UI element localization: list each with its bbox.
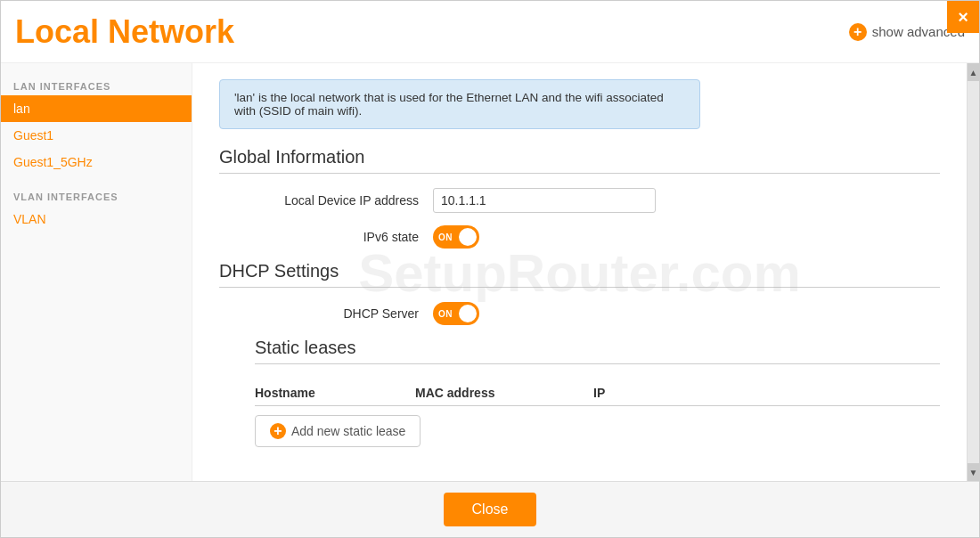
add-lease-label: Add new static lease — [291, 424, 405, 438]
ipv6-toggle-track: ON — [433, 225, 479, 249]
ipv6-row: IPv6 state ON — [219, 225, 940, 249]
dhcp-toggle-track: ON — [433, 302, 479, 325]
sidebar-item-guest1-5ghz[interactable]: Guest1_5GHz — [1, 149, 192, 175]
scroll-track — [968, 81, 979, 463]
sidebar-item-lan[interactable]: lan — [1, 95, 192, 122]
static-leases-title: Static leases — [255, 338, 940, 358]
vlan-interfaces-label: VLAN INTERFACES — [1, 184, 192, 206]
col-hostname: Hostname — [255, 386, 415, 400]
modal-window: Local Network + show advanced × LAN INTE… — [0, 0, 980, 538]
ip-row: Local Device IP address — [219, 188, 940, 213]
lan-interfaces-label: LAN INTERFACES — [1, 74, 192, 95]
ip-label: Local Device IP address — [255, 193, 433, 208]
sidebar-item-vlan[interactable]: VLAN — [1, 206, 192, 232]
add-static-lease-button[interactable]: + Add new static lease — [255, 415, 421, 447]
dhcp-on-label: ON — [438, 309, 453, 319]
sidebar: LAN INTERFACES lan Guest1 Guest1_5GHz VL… — [1, 63, 192, 481]
dhcp-server-row: DHCP Server ON — [219, 302, 940, 325]
ipv6-toggle[interactable]: ON — [433, 225, 479, 249]
scrollbar: ▲ ▼ — [967, 63, 979, 481]
global-info-title: Global Information — [219, 147, 940, 167]
ipv6-on-label: ON — [438, 232, 453, 242]
dhcp-toggle-knob — [459, 305, 477, 322]
info-box: 'lan' is the local network that is used … — [219, 79, 700, 129]
add-lease-icon: + — [270, 423, 286, 439]
global-info-divider — [219, 173, 940, 174]
dhcp-title: DHCP Settings — [219, 261, 940, 281]
modal-header: Local Network + show advanced × — [1, 1, 979, 63]
dhcp-server-toggle[interactable]: ON — [433, 302, 479, 325]
modal-footer: Close — [1, 481, 979, 537]
sidebar-item-guest1[interactable]: Guest1 — [1, 122, 192, 149]
dhcp-divider — [219, 287, 940, 288]
col-ip: IP — [593, 386, 682, 400]
static-leases-section: Static leases Hostname MAC address IP + … — [219, 338, 940, 447]
scroll-down-arrow[interactable]: ▼ — [968, 463, 980, 481]
show-advanced-icon: + — [849, 23, 867, 41]
main-content: SetupRouter.com 'lan' is the local netwo… — [192, 63, 967, 481]
scroll-up-arrow[interactable]: ▲ — [968, 63, 980, 81]
ip-input[interactable] — [433, 188, 656, 213]
modal-body: LAN INTERFACES lan Guest1 Guest1_5GHz VL… — [1, 63, 979, 481]
info-text: 'lan' is the local network that is used … — [234, 91, 664, 118]
ipv6-label: IPv6 state — [255, 230, 433, 244]
close-footer-button[interactable]: Close — [444, 493, 537, 526]
dhcp-server-label: DHCP Server — [255, 306, 433, 321]
static-leases-divider — [255, 363, 940, 364]
ipv6-toggle-knob — [459, 228, 477, 246]
static-leases-table-header: Hostname MAC address IP — [255, 379, 940, 406]
close-x-button[interactable]: × — [947, 1, 979, 33]
page-title: Local Network — [15, 13, 234, 51]
col-mac: MAC address — [415, 386, 593, 400]
